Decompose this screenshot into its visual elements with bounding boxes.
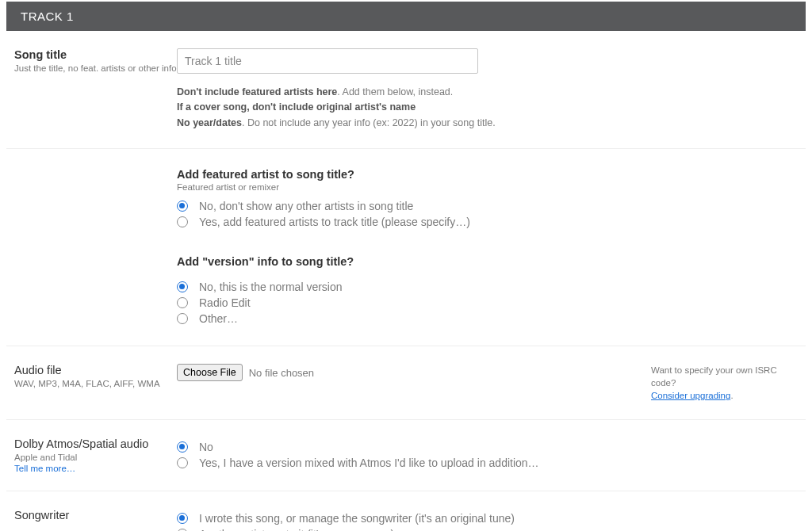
songwriter-label-cover[interactable]: Another artist wrote it (it's a cover so… <box>199 528 394 531</box>
featured-label-yes[interactable]: Yes, add featured artists to track title… <box>199 216 470 228</box>
section-dolby: Dolby Atmos/Spatial audio Apple and Tida… <box>6 420 806 491</box>
song-title-guidance: Don't include featured artists here. Add… <box>177 85 798 131</box>
version-label-other[interactable]: Other… <box>199 312 238 325</box>
featured-sub: Featured artist or remixer <box>177 182 798 192</box>
choose-file-button[interactable]: Choose File <box>177 364 243 381</box>
guidance-no-featured: Don't include featured artists here <box>177 86 337 97</box>
content-col: No Yes, I have a version mixed with Atmo… <box>177 437 798 473</box>
content-col: Add featured artist to song title? Featu… <box>177 166 798 328</box>
dolby-radio-yes[interactable] <box>177 457 188 468</box>
dolby-label-yes[interactable]: Yes, I have a version mixed with Atmos I… <box>199 457 539 469</box>
label-col: Audio file WAV, MP3, M4A, FLAC, AIFF, WM… <box>14 364 177 402</box>
dolby-label-no[interactable]: No <box>199 441 213 453</box>
label-col <box>14 166 177 328</box>
form-body: Song title Just the title, no feat. arti… <box>0 31 812 531</box>
field-sub-dolby: Apple and Tidal <box>14 452 177 464</box>
featured-radio-yes[interactable] <box>177 216 188 227</box>
song-title-input[interactable] <box>177 48 478 74</box>
label-col: Song title Just the title, no feat. arti… <box>14 48 177 131</box>
version-group: Add "version" info to song title? No, th… <box>177 255 798 325</box>
version-label-normal[interactable]: No, this is the normal version <box>199 281 343 293</box>
content-col: I wrote this song, or manage the songwri… <box>177 509 798 531</box>
track-header: TRACK 1 <box>6 2 806 31</box>
label-col: Songwriter <box>14 509 177 531</box>
field-label-dolby: Dolby Atmos/Spatial audio <box>14 437 177 450</box>
section-featured-version: Add featured artist to song title? Featu… <box>6 149 806 346</box>
section-songwriter: Songwriter I wrote this song, or manage … <box>6 491 806 531</box>
isrc-upgrade-link[interactable]: Consider upgrading <box>651 391 730 400</box>
field-label-audio: Audio file <box>14 364 177 376</box>
guidance-no-year: No year/dates <box>177 117 242 128</box>
guidance-cover: If a cover song, don't include original … <box>177 101 416 113</box>
file-status: No file chosen <box>249 367 314 379</box>
file-input-wrap: Choose File No file chosen <box>177 364 314 381</box>
section-audio-file: Audio file WAV, MP3, M4A, FLAC, AIFF, WM… <box>6 346 806 420</box>
songwriter-radio-original[interactable] <box>177 513 188 524</box>
version-title: Add "version" info to song title? <box>177 255 798 268</box>
isrc-question: Want to specify your own ISRC code? <box>651 365 777 388</box>
isrc-aside: Want to specify your own ISRC code? Cons… <box>651 364 798 402</box>
field-sub-audio: WAV, MP3, M4A, FLAC, AIFF, WMA <box>14 378 177 390</box>
featured-label-no[interactable]: No, don't show any other artists in song… <box>199 200 413 212</box>
field-sub-song-title: Just the title, no feat. artists or othe… <box>14 63 177 74</box>
version-label-radioedit[interactable]: Radio Edit <box>199 296 251 309</box>
section-song-title: Song title Just the title, no feat. arti… <box>6 31 806 149</box>
field-label-song-title: Song title <box>14 48 177 61</box>
track-header-title: TRACK 1 <box>21 10 74 23</box>
content-col: Don't include featured artists here. Add… <box>177 48 798 131</box>
featured-group: Add featured artist to song title? Featu… <box>177 168 798 228</box>
dolby-radio-no[interactable] <box>177 441 188 453</box>
featured-radio-no[interactable] <box>177 201 188 212</box>
version-radio-normal[interactable] <box>177 281 188 292</box>
field-label-songwriter: Songwriter <box>14 509 177 521</box>
content-col: Choose File No file chosen <box>177 364 651 402</box>
songwriter-label-original[interactable]: I wrote this song, or manage the songwri… <box>199 512 515 525</box>
version-radio-other[interactable] <box>177 313 188 324</box>
version-radio-radioedit[interactable] <box>177 297 188 308</box>
dolby-learn-more-link[interactable]: Tell me more… <box>14 464 177 473</box>
label-col: Dolby Atmos/Spatial audio Apple and Tida… <box>14 437 177 473</box>
featured-title: Add featured artist to song title? <box>177 168 798 181</box>
